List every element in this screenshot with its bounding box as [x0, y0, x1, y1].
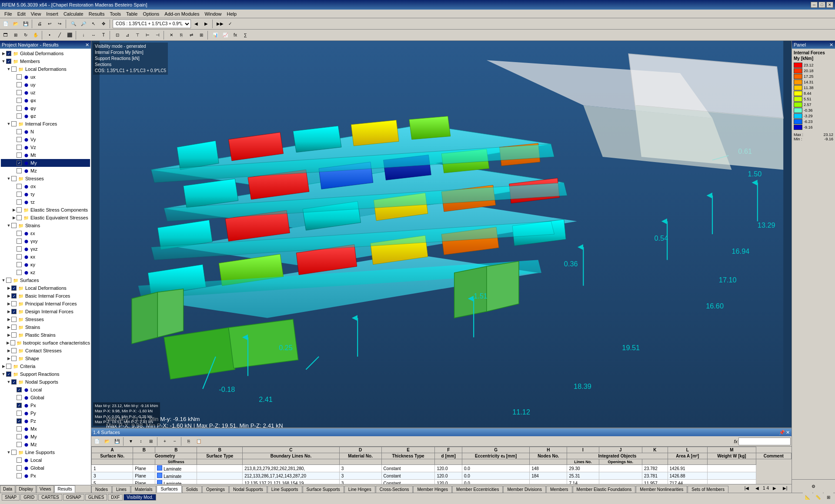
- viewport[interactable]: Visibility mode - generated Internal For…: [91, 41, 792, 428]
- tree-item-txz[interactable]: ⬤τz: [1, 198, 90, 206]
- osnap-button[interactable]: OSNAP: [63, 494, 84, 501]
- tree-item-line-supports[interactable]: ▼📁Line Supports: [1, 448, 90, 456]
- tree-item-ls-Px[interactable]: ⬤Px: [1, 472, 90, 480]
- fit-button[interactable]: ⊡: [113, 30, 122, 40]
- status-icon2[interactable]: 📏: [813, 493, 823, 502]
- tree-check-s-shape[interactable]: [11, 356, 17, 361]
- tree-item-s-contact[interactable]: ▶📁Contact Stresses: [1, 347, 90, 355]
- tree-toggle-stresses[interactable]: ▼: [6, 176, 11, 181]
- rotate-button[interactable]: ↻: [21, 30, 30, 40]
- tbl-save[interactable]: 💾: [112, 437, 122, 446]
- tree-check-kx[interactable]: [17, 254, 22, 259]
- view2d-button[interactable]: ⊞: [11, 30, 20, 40]
- tree-toggle-s-basic-int[interactable]: ▶: [6, 294, 11, 298]
- tree-check-Vz[interactable]: [17, 145, 22, 150]
- maximize-button[interactable]: □: [818, 2, 825, 8]
- tree-check-uz[interactable]: [17, 90, 22, 95]
- tree-check-uy[interactable]: [17, 82, 22, 87]
- tree-toggle-int-forces[interactable]: ▼: [6, 122, 11, 126]
- tree-item-s-shape[interactable]: ▶📁Shape: [1, 355, 90, 362]
- tree-toggle-elsc[interactable]: ▶: [11, 208, 17, 212]
- view3d-button[interactable]: 🗖: [1, 30, 10, 40]
- tree-item-ls-local[interactable]: ⬤Local: [1, 456, 90, 464]
- tree-check-s-principal-int[interactable]: [11, 301, 17, 306]
- tree-item-members[interactable]: ▼✓📁Members: [1, 57, 90, 65]
- results1-button[interactable]: 📊: [210, 30, 220, 40]
- tree-item-Py[interactable]: ⬤Py: [1, 409, 90, 417]
- tree-check-s-plastic[interactable]: [11, 332, 17, 338]
- settings-button[interactable]: ⚙: [794, 481, 833, 491]
- tab-lines[interactable]: Lines: [112, 486, 130, 493]
- tree-item-My2[interactable]: ⬤My: [1, 433, 90, 441]
- tree-check-MT[interactable]: [17, 153, 22, 158]
- tree-check-ux[interactable]: [17, 74, 22, 80]
- menu-window[interactable]: Window: [202, 10, 224, 17]
- tree-item-kz[interactable]: ⬤κz: [1, 269, 90, 276]
- tree-item-Pz[interactable]: ✓⬤Pz: [1, 417, 90, 425]
- tree-item-s-stresses[interactable]: ▶📁Stresses: [1, 315, 90, 323]
- tree-toggle-surfaces-sep[interactable]: ▼: [1, 278, 6, 282]
- tree-item-ns-global[interactable]: ⬤Global: [1, 394, 90, 401]
- tree-item-ex[interactable]: ⬤εx: [1, 229, 90, 237]
- tree-check-stresses[interactable]: [11, 176, 17, 181]
- tree-toggle-s-design-int[interactable]: ▶: [6, 309, 11, 314]
- move-button[interactable]: ✥: [99, 19, 108, 29]
- tree-check-surfaces-sep[interactable]: [6, 278, 11, 283]
- tree-check-s-strains[interactable]: [11, 325, 17, 330]
- menu-view[interactable]: View: [28, 10, 44, 17]
- tree-check-phiy[interactable]: [17, 106, 22, 111]
- tab-last[interactable]: ▶|: [780, 484, 790, 493]
- tree-item-s-isotropic[interactable]: ▶📁Isotropic surface characteristics: [1, 339, 90, 347]
- tree-item-ky[interactable]: ⬤κy: [1, 261, 90, 269]
- menu-help[interactable]: Help: [224, 10, 240, 17]
- open-button[interactable]: 📂: [11, 19, 20, 29]
- tree-item-criteria[interactable]: ▶📁Criteria: [1, 362, 90, 370]
- tree-toggle-s-stresses[interactable]: ▶: [6, 317, 11, 322]
- menu-edit[interactable]: Edit: [15, 10, 28, 17]
- tree-check-criteria[interactable]: [6, 364, 11, 369]
- tab-members[interactable]: Members: [546, 486, 572, 493]
- tree-toggle-nodal-supports[interactable]: ▼: [6, 380, 11, 384]
- tree-check-N[interactable]: [17, 129, 22, 134]
- tree-check-My2[interactable]: [17, 434, 22, 439]
- tree-check-elsc[interactable]: [17, 207, 22, 212]
- tree-check-Mz[interactable]: [17, 168, 22, 173]
- tree-item-support-reactions[interactable]: ▼✓📁Support Reactions: [1, 370, 90, 378]
- copy-button[interactable]: ⎘: [177, 30, 186, 40]
- tree-check-Py[interactable]: [17, 411, 22, 416]
- tree-item-s-principal-int[interactable]: ▶📁Principal Internal Forces: [1, 300, 90, 308]
- tbl-open[interactable]: 📂: [102, 437, 112, 446]
- tree-check-line-supports[interactable]: [11, 450, 17, 455]
- tree-check-txz[interactable]: [17, 199, 22, 205]
- tab-cross-sections[interactable]: Cross-Sections: [376, 486, 413, 493]
- tree-check-local-def[interactable]: [11, 66, 17, 72]
- tab-views[interactable]: Views: [37, 485, 54, 493]
- check-button[interactable]: ✓: [225, 19, 235, 29]
- tree-item-local-def[interactable]: ▼📁Local Deformations: [1, 65, 90, 73]
- tree-item-phix[interactable]: ⬤φx: [1, 96, 90, 104]
- menu-addon[interactable]: Add-on Modules: [162, 10, 202, 17]
- tab-member-div[interactable]: Member Divisions: [503, 486, 545, 493]
- tree-check-int-forces[interactable]: [11, 121, 17, 126]
- tree-check-yxz[interactable]: [17, 246, 22, 252]
- tab-surfaces[interactable]: Surfaces: [157, 485, 181, 493]
- tree-check-s-stresses[interactable]: [11, 317, 17, 322]
- menu-calculate[interactable]: Calculate: [61, 10, 86, 17]
- tab-results[interactable]: Results: [54, 485, 75, 493]
- select-button[interactable]: ↖: [89, 19, 98, 29]
- tab-first[interactable]: |◀: [742, 484, 752, 493]
- tbl-paste[interactable]: 📋: [194, 437, 204, 446]
- tree-toggle-s-strains[interactable]: ▶: [6, 325, 11, 329]
- tbl-sort[interactable]: ↕: [136, 437, 146, 446]
- top-button[interactable]: ⊤: [133, 30, 142, 40]
- tree-check-s-design-int[interactable]: ✓: [11, 309, 17, 314]
- tree-item-Mz[interactable]: ⬤Mz: [1, 167, 90, 175]
- menu-options[interactable]: Options: [140, 10, 162, 17]
- table-close-button[interactable]: ✕: [786, 430, 790, 435]
- tree-toggle-s-isotropic[interactable]: ▶: [6, 341, 10, 345]
- print-button[interactable]: 🖨: [35, 19, 44, 29]
- tbl-filter[interactable]: ▼: [126, 437, 136, 446]
- tree-item-N[interactable]: ⬤N: [1, 128, 90, 136]
- side-button[interactable]: ⊣: [153, 30, 162, 40]
- tree-item-uz[interactable]: ⬤uz: [1, 89, 90, 96]
